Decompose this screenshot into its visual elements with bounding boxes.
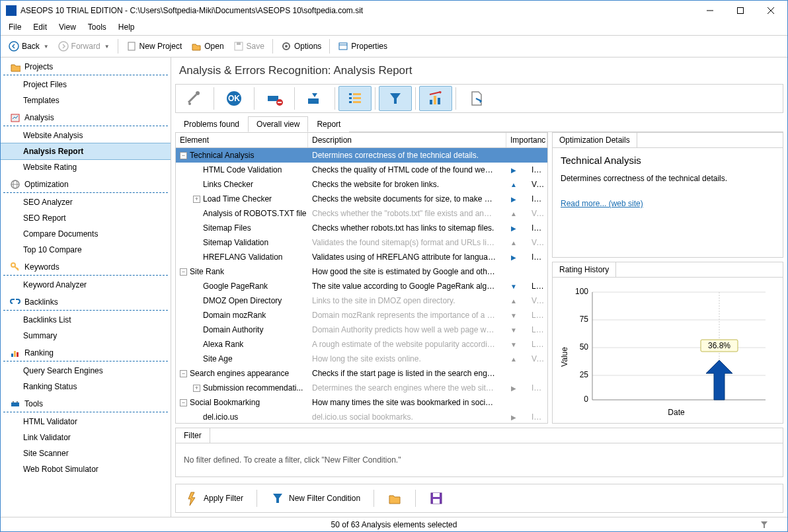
- svg-rect-19: [14, 351, 16, 357]
- table-row[interactable]: −Site RankHow good the site is estimated…: [176, 264, 547, 279]
- sidebar-item[interactable]: SEO Analyzer: [1, 194, 171, 210]
- table-row[interactable]: Sitemap ValidationValidates the found si…: [176, 235, 547, 250]
- sidebar-item[interactable]: Website Rating: [1, 159, 171, 175]
- sidebar-group-ranking[interactable]: Ranking: [3, 345, 168, 361]
- sidebar-item[interactable]: Keyword Analyzer: [1, 277, 171, 293]
- table-row[interactable]: −Search engines appearanceChecks if the …: [176, 366, 547, 381]
- table-row[interactable]: Sitemap FilesChecks whether robots.txt h…: [176, 221, 547, 235]
- menu-help[interactable]: Help: [113, 20, 140, 35]
- table-row[interactable]: Google PageRankThe site value according …: [176, 279, 547, 293]
- options-button[interactable]: Options: [277, 38, 325, 54]
- list-button[interactable]: [338, 86, 372, 111]
- forward-button[interactable]: Forward▼: [54, 38, 114, 54]
- expand-icon[interactable]: −: [180, 152, 187, 159]
- sidebar-item[interactable]: Backlinks List: [1, 312, 171, 328]
- close-button[interactable]: [756, 1, 786, 20]
- table-row[interactable]: Domain AuthorityDomain Authority predict…: [176, 323, 547, 337]
- col-description[interactable]: Description: [308, 133, 506, 147]
- sidebar-item[interactable]: Query Search Engines: [1, 363, 171, 379]
- rating-tab[interactable]: Rating History: [553, 262, 616, 277]
- sidebar-item[interactable]: Website Analysis: [1, 128, 171, 143]
- expand-icon[interactable]: −: [180, 268, 187, 276]
- properties-button[interactable]: Properties: [334, 38, 391, 54]
- sidebar-item[interactable]: Web Robot Simulator: [1, 461, 171, 477]
- save-icon: [233, 41, 244, 52]
- table-row[interactable]: HTML Code ValidationChecks the quality o…: [176, 163, 547, 177]
- expand-icon[interactable]: +: [193, 385, 200, 392]
- menu-tools[interactable]: Tools: [83, 20, 112, 35]
- table-body[interactable]: −Technical AnalysisDetermines correctnes…: [176, 148, 547, 423]
- col-element[interactable]: Element: [176, 133, 308, 147]
- svg-rect-23: [17, 401, 18, 402]
- settings-button[interactable]: [177, 86, 210, 111]
- filter-button[interactable]: [379, 86, 412, 111]
- sidebar-item[interactable]: Compare Documents: [1, 226, 171, 242]
- svg-rect-18: [11, 354, 13, 357]
- remove-button[interactable]: [258, 86, 291, 111]
- open-button[interactable]: Open: [187, 38, 227, 54]
- sidebar-item[interactable]: Top 10 Compare: [1, 242, 171, 258]
- table-row[interactable]: Site AgeHow long the site exists online.…: [176, 352, 547, 366]
- table-row[interactable]: DMOZ Open DirectoryLinks to the site in …: [176, 293, 547, 308]
- open-filter-button[interactable]: [382, 488, 407, 508]
- menu-view[interactable]: View: [54, 20, 81, 35]
- export-button[interactable]: [459, 86, 492, 111]
- sidebar-item[interactable]: Analysis Report: [1, 143, 171, 160]
- svg-rect-28: [268, 96, 278, 101]
- read-more-link[interactable]: Read more... (web site): [561, 199, 643, 208]
- sidebar-item[interactable]: Templates: [1, 93, 171, 108]
- filter-icon: [270, 491, 285, 506]
- chart-button[interactable]: [419, 86, 452, 111]
- new-project-button[interactable]: New Project: [122, 38, 186, 54]
- sidebar-item[interactable]: Summary: [1, 328, 171, 344]
- sidebar[interactable]: ProjectsProject FilesTemplatesAnalysisWe…: [1, 57, 171, 517]
- filter-status-icon[interactable]: [760, 520, 769, 529]
- apply-filter-button[interactable]: Apply Filter: [180, 488, 249, 508]
- table-row[interactable]: Alexa RankA rough estimate of the websit…: [176, 337, 547, 352]
- sidebar-item[interactable]: Ranking Status: [1, 379, 171, 395]
- minimize-button[interactable]: [695, 1, 725, 20]
- sidebar-group-backlinks[interactable]: Backlinks: [3, 294, 168, 311]
- sidebar-group-projects[interactable]: Projects: [3, 59, 168, 75]
- table-row[interactable]: Analysis of ROBOTS.TXT fileChecks whethe…: [176, 206, 547, 221]
- new-filter-button[interactable]: New Filter Condition: [265, 488, 366, 508]
- tab-overall[interactable]: Overall view: [248, 116, 308, 132]
- col-importance[interactable]: Importanc: [506, 133, 547, 147]
- tab-report[interactable]: Report: [308, 116, 349, 132]
- table-row[interactable]: HREFLANG ValidationValidates using of HR…: [176, 250, 547, 264]
- table-row[interactable]: +Submission recommendati...Determines th…: [176, 381, 547, 395]
- save-filter-button[interactable]: [424, 488, 449, 508]
- expand-icon[interactable]: −: [180, 370, 187, 377]
- table-row[interactable]: del.icio.usdel.icio.us social bookmarks.…: [176, 410, 547, 423]
- sidebar-group-keywords[interactable]: Keywords: [3, 259, 168, 276]
- back-button[interactable]: Back▼: [5, 38, 53, 54]
- ok-button[interactable]: OK: [217, 86, 251, 111]
- opt-tab[interactable]: Optimization Details: [553, 133, 637, 147]
- sidebar-group-tools[interactable]: Tools: [3, 396, 168, 412]
- tab-problems[interactable]: Problems found: [175, 116, 248, 132]
- import-button[interactable]: [298, 86, 331, 111]
- table-row[interactable]: Links CheckerChecks the website for brok…: [176, 177, 547, 192]
- sidebar-item[interactable]: Project Files: [1, 77, 171, 93]
- maximize-button[interactable]: [725, 1, 756, 20]
- menu-file[interactable]: File: [3, 20, 26, 35]
- save-button[interactable]: Save: [229, 38, 268, 54]
- properties-icon: [338, 41, 348, 52]
- sidebar-group-optimization[interactable]: Optimization: [3, 176, 168, 193]
- table-row[interactable]: −Technical AnalysisDetermines correctnes…: [176, 148, 547, 163]
- expand-icon[interactable]: +: [193, 196, 200, 203]
- expand-icon[interactable]: −: [180, 399, 187, 406]
- table-row[interactable]: +Load Time CheckerChecks the website doc…: [176, 192, 547, 206]
- sidebar-item[interactable]: HTML Validator: [1, 414, 171, 430]
- sidebar-item[interactable]: Site Scanner: [1, 445, 171, 461]
- sidebar-group-analysis[interactable]: Analysis: [3, 110, 168, 126]
- table-row[interactable]: −Social BookmarkingHow many times the si…: [176, 395, 547, 410]
- svg-text:50: 50: [580, 342, 589, 352]
- menu-edit[interactable]: Edit: [28, 20, 52, 35]
- toolbar: Back▼ Forward▼ New Project Open Save Opt…: [1, 35, 787, 57]
- sidebar-item[interactable]: Link Validator: [1, 430, 171, 445]
- sidebar-item[interactable]: SEO Report: [1, 210, 171, 226]
- open-icon: [191, 41, 202, 52]
- table-row[interactable]: Domain mozRankDomain mozRank represents …: [176, 308, 547, 323]
- filter-tab[interactable]: Filter: [176, 428, 210, 443]
